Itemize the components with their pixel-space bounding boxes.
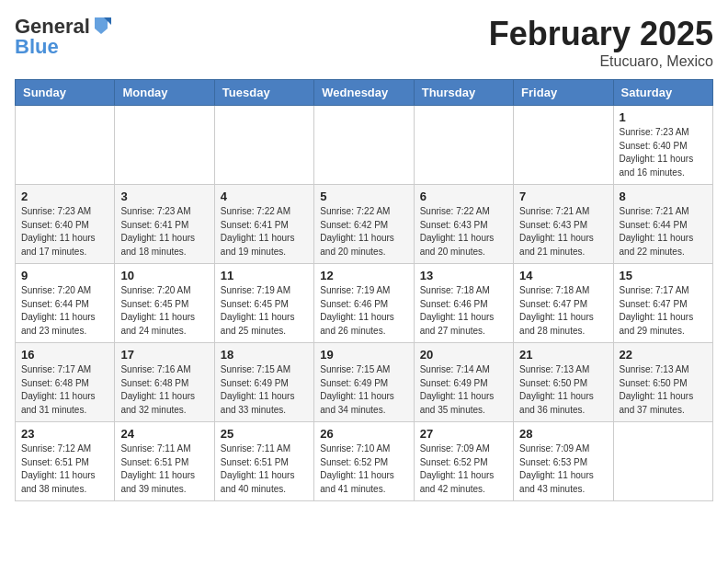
calendar-cell: 9Sunrise: 7:20 AM Sunset: 6:44 PM Daylig… bbox=[16, 264, 115, 343]
day-number: 4 bbox=[221, 190, 308, 203]
calendar-cell: 15Sunrise: 7:17 AM Sunset: 6:47 PM Dayli… bbox=[613, 264, 712, 343]
calendar-cell bbox=[514, 106, 613, 185]
day-number: 12 bbox=[320, 269, 407, 282]
day-info: Sunrise: 7:09 AM Sunset: 6:53 PM Dayligh… bbox=[519, 442, 607, 496]
day-info: Sunrise: 7:10 AM Sunset: 6:52 PM Dayligh… bbox=[320, 442, 407, 496]
day-number: 19 bbox=[320, 348, 407, 362]
calendar-week-row: 1Sunrise: 7:23 AM Sunset: 6:40 PM Daylig… bbox=[16, 106, 713, 185]
calendar-cell: 1Sunrise: 7:23 AM Sunset: 6:40 PM Daylig… bbox=[613, 106, 712, 185]
calendar-table: SundayMondayTuesdayWednesdayThursdayFrid… bbox=[15, 79, 713, 501]
day-info: Sunrise: 7:15 AM Sunset: 6:49 PM Dayligh… bbox=[221, 363, 308, 417]
calendar-cell: 23Sunrise: 7:12 AM Sunset: 6:51 PM Dayli… bbox=[16, 422, 115, 501]
day-number: 16 bbox=[21, 348, 108, 362]
calendar-cell: 12Sunrise: 7:19 AM Sunset: 6:46 PM Dayli… bbox=[314, 264, 414, 343]
day-number: 3 bbox=[120, 190, 208, 203]
day-info: Sunrise: 7:21 AM Sunset: 6:43 PM Dayligh… bbox=[519, 205, 607, 259]
day-info: Sunrise: 7:09 AM Sunset: 6:52 PM Dayligh… bbox=[420, 442, 507, 496]
calendar-cell: 28Sunrise: 7:09 AM Sunset: 6:53 PM Dayli… bbox=[514, 422, 613, 501]
calendar-day-header: Sunday bbox=[16, 80, 115, 106]
logo-blue-text: Blue bbox=[15, 35, 59, 59]
day-number: 20 bbox=[420, 348, 507, 362]
day-number: 23 bbox=[21, 427, 108, 441]
calendar-cell: 6Sunrise: 7:22 AM Sunset: 6:43 PM Daylig… bbox=[414, 185, 513, 264]
calendar-header-row: SundayMondayTuesdayWednesdayThursdayFrid… bbox=[16, 80, 713, 106]
day-info: Sunrise: 7:16 AM Sunset: 6:48 PM Dayligh… bbox=[120, 363, 208, 417]
calendar-week-row: 2Sunrise: 7:23 AM Sunset: 6:40 PM Daylig… bbox=[16, 185, 713, 264]
day-info: Sunrise: 7:14 AM Sunset: 6:49 PM Dayligh… bbox=[420, 363, 507, 417]
day-number: 25 bbox=[221, 427, 308, 441]
day-number: 13 bbox=[420, 269, 507, 282]
location-title: Etucuaro, Mexico bbox=[489, 53, 713, 70]
day-info: Sunrise: 7:20 AM Sunset: 6:45 PM Dayligh… bbox=[120, 284, 208, 338]
calendar-day-header: Wednesday bbox=[314, 80, 414, 106]
day-info: Sunrise: 7:22 AM Sunset: 6:43 PM Dayligh… bbox=[420, 205, 507, 259]
day-info: Sunrise: 7:12 AM Sunset: 6:51 PM Dayligh… bbox=[21, 442, 108, 496]
calendar-cell: 14Sunrise: 7:18 AM Sunset: 6:47 PM Dayli… bbox=[514, 264, 613, 343]
day-number: 18 bbox=[221, 348, 308, 362]
day-number: 5 bbox=[320, 190, 407, 203]
calendar-cell: 16Sunrise: 7:17 AM Sunset: 6:48 PM Dayli… bbox=[16, 343, 115, 422]
day-number: 10 bbox=[120, 269, 208, 282]
day-info: Sunrise: 7:11 AM Sunset: 6:51 PM Dayligh… bbox=[120, 442, 208, 496]
day-info: Sunrise: 7:13 AM Sunset: 6:50 PM Dayligh… bbox=[519, 363, 607, 417]
calendar-cell: 11Sunrise: 7:19 AM Sunset: 6:45 PM Dayli… bbox=[214, 264, 313, 343]
calendar-day-header: Thursday bbox=[414, 80, 513, 106]
day-number: 22 bbox=[620, 348, 707, 362]
calendar-cell: 20Sunrise: 7:14 AM Sunset: 6:49 PM Dayli… bbox=[414, 343, 513, 422]
day-number: 6 bbox=[420, 190, 507, 203]
calendar-cell: 10Sunrise: 7:20 AM Sunset: 6:45 PM Dayli… bbox=[115, 264, 214, 343]
calendar-week-row: 9Sunrise: 7:20 AM Sunset: 6:44 PM Daylig… bbox=[16, 264, 713, 343]
calendar-cell: 17Sunrise: 7:16 AM Sunset: 6:48 PM Dayli… bbox=[115, 343, 214, 422]
calendar-cell: 3Sunrise: 7:23 AM Sunset: 6:41 PM Daylig… bbox=[115, 185, 214, 264]
day-info: Sunrise: 7:23 AM Sunset: 6:40 PM Dayligh… bbox=[21, 205, 108, 259]
calendar-cell: 25Sunrise: 7:11 AM Sunset: 6:51 PM Dayli… bbox=[214, 422, 313, 501]
day-number: 2 bbox=[21, 190, 108, 203]
calendar-cell: 5Sunrise: 7:22 AM Sunset: 6:42 PM Daylig… bbox=[314, 185, 414, 264]
month-title: February 2025 bbox=[489, 15, 713, 53]
calendar-day-header: Tuesday bbox=[214, 80, 313, 106]
calendar-week-row: 16Sunrise: 7:17 AM Sunset: 6:48 PM Dayli… bbox=[16, 343, 713, 422]
day-number: 8 bbox=[620, 190, 707, 203]
day-info: Sunrise: 7:23 AM Sunset: 6:41 PM Dayligh… bbox=[120, 205, 208, 259]
day-number: 24 bbox=[120, 427, 208, 441]
day-info: Sunrise: 7:15 AM Sunset: 6:49 PM Dayligh… bbox=[320, 363, 407, 417]
calendar-cell: 21Sunrise: 7:13 AM Sunset: 6:50 PM Dayli… bbox=[514, 343, 613, 422]
logo-icon bbox=[91, 16, 111, 36]
day-info: Sunrise: 7:22 AM Sunset: 6:41 PM Dayligh… bbox=[221, 205, 308, 259]
calendar-cell: 27Sunrise: 7:09 AM Sunset: 6:52 PM Dayli… bbox=[414, 422, 513, 501]
calendar-cell bbox=[613, 422, 712, 501]
page-header: General Blue February 2025 Etucuaro, Mex… bbox=[15, 15, 713, 70]
day-number: 26 bbox=[320, 427, 407, 441]
day-info: Sunrise: 7:17 AM Sunset: 6:48 PM Dayligh… bbox=[21, 363, 108, 417]
calendar-cell bbox=[414, 106, 513, 185]
day-number: 27 bbox=[420, 427, 507, 441]
day-info: Sunrise: 7:22 AM Sunset: 6:42 PM Dayligh… bbox=[320, 205, 407, 259]
day-number: 7 bbox=[519, 190, 607, 203]
day-info: Sunrise: 7:18 AM Sunset: 6:46 PM Dayligh… bbox=[420, 284, 507, 338]
day-number: 11 bbox=[221, 269, 308, 282]
calendar-day-header: Saturday bbox=[613, 80, 712, 106]
day-number: 21 bbox=[519, 348, 607, 362]
day-info: Sunrise: 7:19 AM Sunset: 6:46 PM Dayligh… bbox=[320, 284, 407, 338]
calendar-cell: 4Sunrise: 7:22 AM Sunset: 6:41 PM Daylig… bbox=[214, 185, 313, 264]
day-info: Sunrise: 7:18 AM Sunset: 6:47 PM Dayligh… bbox=[519, 284, 607, 338]
calendar-day-header: Monday bbox=[115, 80, 214, 106]
calendar-cell: 24Sunrise: 7:11 AM Sunset: 6:51 PM Dayli… bbox=[115, 422, 214, 501]
day-number: 15 bbox=[620, 269, 707, 282]
day-number: 9 bbox=[21, 269, 108, 282]
day-info: Sunrise: 7:20 AM Sunset: 6:44 PM Dayligh… bbox=[21, 284, 108, 338]
calendar-cell bbox=[16, 106, 115, 185]
logo: General Blue bbox=[15, 15, 111, 59]
day-info: Sunrise: 7:13 AM Sunset: 6:50 PM Dayligh… bbox=[620, 363, 707, 417]
svg-marker-0 bbox=[95, 17, 108, 34]
calendar-cell: 7Sunrise: 7:21 AM Sunset: 6:43 PM Daylig… bbox=[514, 185, 613, 264]
calendar-cell: 8Sunrise: 7:21 AM Sunset: 6:44 PM Daylig… bbox=[613, 185, 712, 264]
day-info: Sunrise: 7:23 AM Sunset: 6:40 PM Dayligh… bbox=[620, 126, 707, 179]
calendar-week-row: 23Sunrise: 7:12 AM Sunset: 6:51 PM Dayli… bbox=[16, 422, 713, 501]
day-info: Sunrise: 7:11 AM Sunset: 6:51 PM Dayligh… bbox=[221, 442, 308, 496]
day-number: 14 bbox=[519, 269, 607, 282]
calendar-cell: 19Sunrise: 7:15 AM Sunset: 6:49 PM Dayli… bbox=[314, 343, 414, 422]
calendar-cell: 22Sunrise: 7:13 AM Sunset: 6:50 PM Dayli… bbox=[613, 343, 712, 422]
calendar-day-header: Friday bbox=[514, 80, 613, 106]
day-number: 17 bbox=[120, 348, 208, 362]
